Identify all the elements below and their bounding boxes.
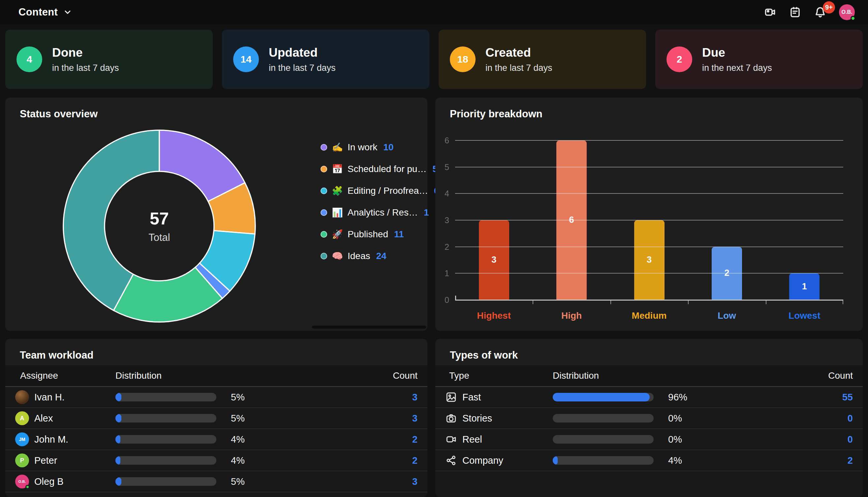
due-sublabel: in the next 7 days <box>702 63 772 73</box>
donut-svg <box>60 127 258 325</box>
legend-label: Ideas <box>348 251 370 261</box>
assignee-name: Peter <box>34 455 57 466</box>
team-workload-row-alex[interactable]: AAlex5%3 <box>5 408 428 429</box>
team-workload-row-peter[interactable]: PPeter4%2 <box>5 450 428 471</box>
count-link[interactable]: 2 <box>412 455 418 466</box>
distribution-bar-fill <box>553 393 650 401</box>
x-axis-line <box>455 300 843 301</box>
gridline-y5 <box>455 167 843 167</box>
legend-horizontal-scrollbar[interactable] <box>312 326 426 329</box>
y-axis-tick-2: 2 <box>445 242 449 252</box>
count-link[interactable]: 0 <box>848 434 853 445</box>
types-of-work-row-stories[interactable]: Stories0%0 <box>435 408 863 429</box>
legend-item-4[interactable]: 🚀Published11 <box>321 227 426 241</box>
summary-card-updated[interactable]: 14 Updated in the last 7 days <box>222 30 429 89</box>
assignee-name: Oleg B <box>34 476 64 487</box>
bar-value-label: 6 <box>556 215 587 225</box>
team-workload-card: Team workload Assignee Distribution Coun… <box>5 339 428 497</box>
legend-dot <box>321 231 327 238</box>
count-link[interactable]: 3 <box>412 413 418 424</box>
type-cell: Stories <box>445 412 553 424</box>
types-of-work-card: Types of work Type Distribution Count Fa… <box>435 339 863 497</box>
team-workload-row-oleg-b[interactable]: O.B.Oleg B5%3 <box>5 471 428 492</box>
column-header-distribution: Distribution <box>115 370 162 381</box>
notepad-button[interactable] <box>789 6 801 18</box>
type-name: Company <box>462 455 503 466</box>
summary-cards-row: 4 Done in the last 7 days 14 Updated in … <box>5 30 863 89</box>
types-of-work-title: Types of work <box>435 339 863 361</box>
count-link[interactable]: 3 <box>412 476 418 487</box>
count-link[interactable]: 3 <box>412 392 418 403</box>
team-workload-row-john-m-[interactable]: JMJohn M.4%2 <box>5 429 428 450</box>
image-icon <box>446 392 457 403</box>
x-axis-label-medium: Medium <box>632 311 667 321</box>
assignee-cell: O.B.Oleg B <box>15 474 115 488</box>
summary-card-created[interactable]: 18 Created in the last 7 days <box>439 30 646 89</box>
summary-card-done[interactable]: 4 Done in the last 7 days <box>5 30 213 89</box>
types-of-work-row-reel[interactable]: Reel0%0 <box>435 429 863 450</box>
assignee-cell: AAlex <box>15 411 115 425</box>
types-of-work-row-fast[interactable]: Fast96%55 <box>435 387 863 408</box>
legend-item-5[interactable]: 🧠Ideas24 <box>321 249 426 263</box>
due-count-circle: 2 <box>667 46 692 72</box>
column-header-distribution: Distribution <box>553 370 599 381</box>
types-of-work-column-headers: Type Distribution Count <box>435 365 863 386</box>
distribution-percent: 4% <box>231 455 270 466</box>
gridline-y2 <box>455 246 843 247</box>
count-link[interactable]: 2 <box>412 434 418 445</box>
count-link[interactable]: 0 <box>848 413 853 424</box>
y-axis-tick-1: 1 <box>445 269 449 278</box>
distribution-percent: 4% <box>668 455 708 466</box>
space-switcher-dropdown[interactable]: Content <box>18 6 72 18</box>
bar-value-label: 3 <box>634 255 664 265</box>
gridline-y1 <box>455 273 843 273</box>
topbar-actions: 9+ O.B. <box>764 4 855 20</box>
column-header-type: Type <box>445 370 553 381</box>
team-workload-column-headers: Assignee Distribution Count <box>5 365 428 386</box>
priority-breakdown-card: Priority breakdown 012345636321 HighestH… <box>435 98 863 331</box>
bar-value-label: 3 <box>479 255 509 265</box>
team-workload-row-ivan-h-[interactable]: Ivan H.5%3 <box>5 387 428 408</box>
created-sublabel: in the last 7 days <box>486 63 552 73</box>
created-label: Created <box>486 46 552 60</box>
notifications-button[interactable]: 9+ <box>814 6 826 18</box>
y-axis-tick-5: 5 <box>445 162 449 172</box>
distribution-percent: 0% <box>668 434 708 445</box>
types-of-work-row-company[interactable]: Company4%2 <box>435 450 863 471</box>
legend-count: 24 <box>376 251 387 261</box>
legend-item-3[interactable]: 📊Analytics / Res…1 <box>321 205 426 219</box>
notification-badge: 9+ <box>823 1 835 14</box>
x-axis-label-lowest: Lowest <box>788 311 820 321</box>
status-overview-title: Status overview <box>5 98 428 120</box>
column-header-assignee: Assignee <box>15 370 115 381</box>
distribution-bar <box>115 477 216 486</box>
bar-value-label: 1 <box>789 282 820 292</box>
avatar: JM <box>15 432 29 446</box>
distribution-bar-fill <box>115 456 121 465</box>
status-donut-chart[interactable] <box>60 127 258 325</box>
y-axis-tick-6: 6 <box>445 136 449 145</box>
count-link[interactable]: 2 <box>848 455 853 466</box>
legend-label: Published <box>348 229 388 240</box>
distribution-percent: 5% <box>231 476 270 487</box>
distribution-bar-fill <box>115 477 121 486</box>
record-clip-button[interactable] <box>764 6 776 18</box>
x-axis-label-highest: Highest <box>477 311 511 321</box>
status-emoji: 📊 <box>332 207 343 218</box>
distribution-percent: 0% <box>668 413 708 424</box>
summary-card-due[interactable]: 2 Due in the next 7 days <box>655 30 863 89</box>
count-link[interactable]: 55 <box>842 392 853 403</box>
column-header-count: Count <box>828 370 853 381</box>
legend-item-0[interactable]: ✍️In work10 <box>321 140 426 154</box>
status-overview-card: Status overview 57 Total ✍️In work10📅Sch… <box>5 98 428 331</box>
x-axis-label-high: High <box>561 311 582 321</box>
legend-dot <box>321 187 327 194</box>
avatar: A <box>15 411 29 425</box>
legend-item-2[interactable]: 🧩Editing / Proofrea…6 <box>321 184 426 198</box>
assignee-cell: PPeter <box>15 454 115 467</box>
legend-count: 10 <box>383 142 393 153</box>
legend-item-1[interactable]: 📅Scheduled for pu…5 <box>321 162 426 176</box>
distribution-bar <box>115 435 216 444</box>
user-avatar[interactable]: O.B. <box>839 4 855 20</box>
updated-sublabel: in the last 7 days <box>269 63 336 73</box>
